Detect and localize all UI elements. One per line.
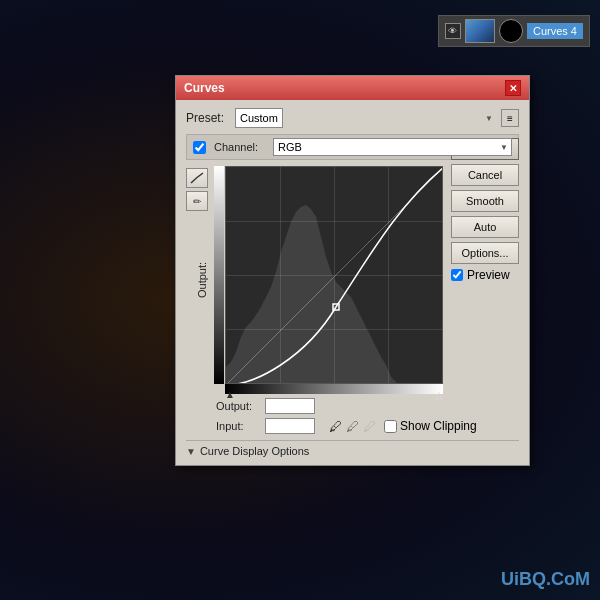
show-clipping-row: Show Clipping: [384, 419, 477, 433]
eyedropper-white-icon[interactable]: 🖊: [363, 419, 376, 434]
output-gradient-bar: [214, 166, 224, 384]
eyedropper-black-icon[interactable]: 🖊: [329, 419, 342, 434]
output-side-label: Output:: [196, 262, 208, 298]
curves-dialog: Curves ✕ OK Cancel Smooth Auto Options..…: [175, 75, 530, 466]
output-row: Output:: [216, 398, 519, 414]
graph-container: ▲ △ Output:: [214, 166, 519, 394]
bottom-triangle-left: ▲: [225, 389, 235, 400]
pencil-icon[interactable]: ✏: [186, 191, 208, 211]
eyedropper-gray-icon[interactable]: 🖊: [346, 419, 359, 434]
input-value[interactable]: [265, 418, 315, 434]
preset-row: Preset: Custom ≡: [186, 108, 519, 128]
tools-input-row: Input: 🖊 🖊 🖊 Show Clipping: [216, 418, 519, 434]
curve-svg: [226, 167, 443, 384]
curve-icon[interactable]: [186, 168, 208, 188]
dialog-title: Curves: [184, 81, 225, 95]
close-button[interactable]: ✕: [505, 80, 521, 96]
expand-arrow-icon[interactable]: ▼: [186, 446, 196, 457]
show-clipping-checkbox[interactable]: [384, 420, 397, 433]
channel-label: Channel:: [214, 141, 269, 153]
channel-select-wrapper: RGB Red Green Blue: [273, 138, 512, 156]
channel-checkbox[interactable]: [193, 141, 206, 154]
preset-select-wrapper: Custom: [235, 108, 497, 128]
layer-thumbnail: [465, 19, 495, 43]
channel-select[interactable]: RGB Red Green Blue: [273, 138, 512, 156]
curve-display-label: Curve Display Options: [200, 445, 309, 457]
dialog-content: OK Cancel Smooth Auto Options... Preview…: [176, 100, 529, 465]
preset-settings-icon[interactable]: ≡: [501, 109, 519, 127]
input-label: Input:: [216, 420, 261, 432]
bottom-triangle-right: △: [435, 389, 443, 400]
input-gradient-bar: [225, 384, 443, 394]
eye-icon[interactable]: 👁: [445, 23, 461, 39]
graph-canvas[interactable]: [225, 166, 443, 384]
output-input[interactable]: [265, 398, 315, 414]
output-label: Output:: [216, 400, 261, 412]
dialog-titlebar: Curves ✕: [176, 76, 529, 100]
graph-section: ✏: [186, 166, 519, 394]
preset-label: Preset:: [186, 111, 231, 125]
io-section: Output: Input: 🖊 🖊 🖊 Show Clipping: [216, 398, 519, 434]
curve-display-options: ▼ Curve Display Options: [186, 440, 519, 457]
show-clipping-label: Show Clipping: [400, 419, 477, 433]
layer-mask-thumbnail: [499, 19, 523, 43]
preset-select[interactable]: Custom: [235, 108, 283, 128]
eyedroppers: 🖊 🖊 🖊: [329, 419, 376, 434]
watermark: UiBQ.CoM: [501, 569, 590, 590]
layer-panel: 👁 Curves 4: [438, 15, 590, 47]
layer-label[interactable]: Curves 4: [527, 23, 583, 39]
